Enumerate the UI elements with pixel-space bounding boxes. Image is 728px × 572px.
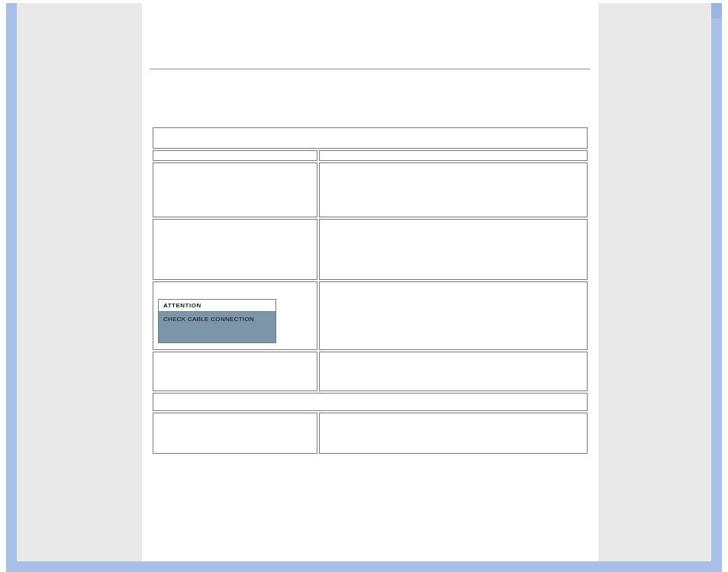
table-cell [319, 281, 588, 350]
table-row [153, 127, 588, 149]
table-cell [319, 413, 588, 454]
table-cell: ATTENTIONCHECK CABLE CONNECTION [153, 281, 317, 350]
attention-panel: ATTENTIONCHECK CABLE CONNECTION [158, 299, 276, 343]
table-cell [153, 127, 588, 149]
table-row [153, 219, 588, 280]
window-frame-left [6, 3, 17, 572]
table-row [153, 352, 588, 391]
table-row [153, 413, 588, 454]
window-frame-bottom [6, 561, 722, 572]
table-row [153, 162, 588, 217]
window-frame-right [711, 3, 722, 572]
table-cell [153, 413, 317, 454]
table-cell [153, 162, 317, 217]
scrollbar-cap[interactable] [711, 3, 722, 18]
document-page: ATTENTIONCHECK CABLE CONNECTION [142, 0, 598, 561]
main-table-container: ATTENTIONCHECK CABLE CONNECTION [151, 126, 589, 455]
table-cell [319, 219, 588, 280]
main-table: ATTENTIONCHECK CABLE CONNECTION [151, 126, 589, 455]
table-cell [319, 352, 588, 391]
table-cell [153, 150, 317, 161]
table-cell [153, 393, 588, 411]
table-cell [153, 352, 317, 391]
table-row: ATTENTIONCHECK CABLE CONNECTION [153, 281, 588, 350]
table-cell [319, 150, 588, 161]
table-cell [319, 162, 588, 217]
table-row [153, 150, 588, 161]
table-row [153, 393, 588, 411]
page-horizontal-rule [150, 69, 591, 69]
attention-title: ATTENTION [159, 300, 275, 312]
table-cell [153, 219, 317, 280]
app-viewport: ATTENTIONCHECK CABLE CONNECTION [0, 0, 728, 572]
attention-message: CHECK CABLE CONNECTION [159, 312, 275, 342]
